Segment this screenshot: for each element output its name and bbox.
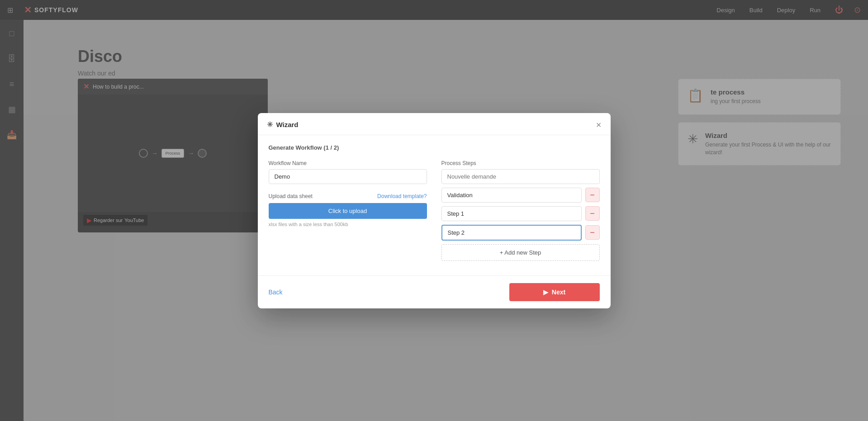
modal-subtitle: Generate Workflow (1 / 2) [269,144,600,151]
step-row-1: − [441,188,600,203]
upload-button[interactable]: Click to upload [269,203,427,219]
step-row-0 [441,169,600,184]
next-btn-label: Next [552,289,565,296]
step-row-2: − [441,206,600,221]
modal-close-button[interactable]: × [596,120,602,129]
wizard-modal: ✳ Wizard × Generate Workflow (1 / 2) Wor… [258,113,611,308]
add-step-button[interactable]: + Add new Step [441,244,600,261]
back-button[interactable]: Back [269,289,283,296]
modal-header: ✳ Wizard × [258,113,611,135]
step-input-0[interactable] [441,169,600,184]
upload-hint: xlsx files with a size less than 500kb [269,222,427,227]
step-remove-button-2[interactable]: − [585,206,600,221]
step-remove-button-1[interactable]: − [585,188,600,202]
modal-title: ✳ Wizard [267,120,299,129]
modal-body: Generate Workflow (1 / 2) Workflow Name … [258,135,611,272]
step-remove-button-3[interactable]: − [585,225,600,240]
workflow-name-label: Workflow Name [269,160,427,166]
modal-footer: Back ▶ Next [258,275,611,308]
upload-row: Upload data sheet Download template? [269,193,427,199]
modal-left-col: Workflow Name Upload data sheet Download… [269,160,427,261]
process-steps-label: Process Steps [441,160,600,166]
modal-backdrop: ✳ Wizard × Generate Workflow (1 / 2) Wor… [0,0,868,421]
workflow-name-input[interactable] [269,169,427,184]
upload-label: Upload data sheet [269,193,313,199]
modal-title-text: Wizard [276,121,299,128]
modal-wizard-icon: ✳ [267,120,273,129]
download-template-link[interactable]: Download template? [377,193,427,199]
next-btn-icon: ▶ [543,289,548,296]
modal-two-col: Workflow Name Upload data sheet Download… [269,160,600,261]
modal-right-col: Process Steps − − [441,160,600,261]
upload-section: Upload data sheet Download template? Cli… [269,193,427,227]
step-row-3: − [441,225,600,241]
step-input-2[interactable] [441,206,582,221]
step-input-3[interactable] [441,225,582,241]
next-button[interactable]: ▶ Next [509,283,600,301]
step-input-1[interactable] [441,188,582,203]
